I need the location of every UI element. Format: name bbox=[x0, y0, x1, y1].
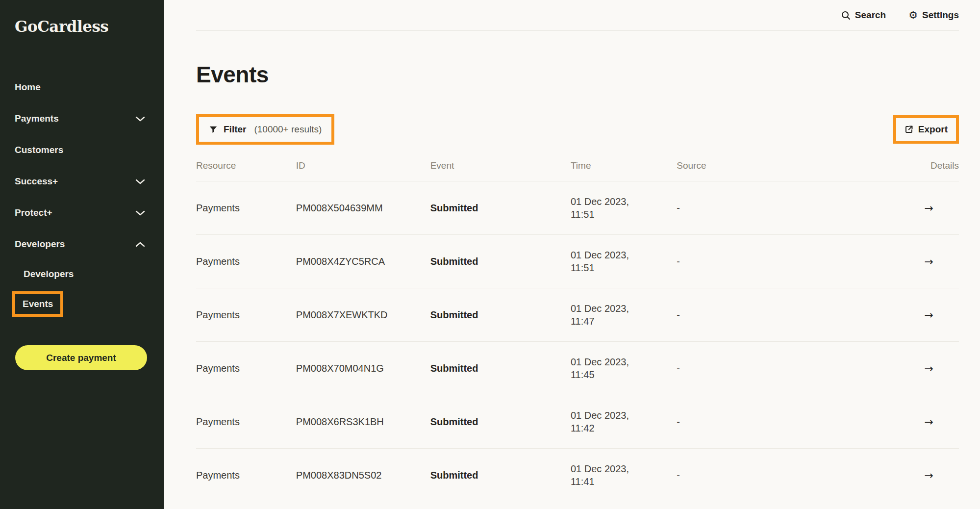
filter-annotation-box: Filter (10000+ results) bbox=[196, 114, 334, 145]
table-row[interactable]: Payments PM008X6RS3K1BH Submitted 01 Dec… bbox=[196, 395, 959, 449]
events-annotation-box: Events bbox=[0, 288, 164, 317]
filter-funnel-icon bbox=[209, 125, 218, 134]
settings-label: Settings bbox=[922, 10, 959, 21]
create-payment-button[interactable]: Create payment bbox=[15, 345, 147, 370]
cell-time: 01 Dec 2023, 11:42 bbox=[571, 395, 677, 449]
export-icon bbox=[905, 125, 913, 134]
arrow-right-icon[interactable]: → bbox=[925, 309, 933, 321]
cell-id: PM008X83DN5S02 bbox=[296, 449, 430, 502]
table-header-row: Resource ID Event Time Source Details bbox=[196, 145, 959, 181]
cell-id: PM008X504639MM bbox=[296, 181, 430, 235]
cell-details: → bbox=[814, 342, 959, 395]
sidebar: GoCardless Home Payments Customers Succe… bbox=[0, 0, 164, 509]
arrow-right-icon[interactable]: → bbox=[925, 362, 933, 375]
search-label: Search bbox=[855, 10, 886, 21]
sidebar-item-label: Developers bbox=[24, 269, 74, 280]
cell-event: Submitted bbox=[430, 181, 571, 235]
sidebar-item-protect[interactable]: Protect+ bbox=[0, 197, 164, 229]
cell-source: - bbox=[677, 449, 814, 502]
sidebar-nav: Home Payments Customers Success+ Protect… bbox=[0, 72, 164, 260]
page-title: Events bbox=[196, 61, 959, 88]
gear-icon: ⚙ bbox=[908, 10, 918, 21]
cell-time: 01 Dec 2023, 11:51 bbox=[571, 235, 677, 288]
cell-time: 01 Dec 2023, 11:47 bbox=[571, 288, 677, 342]
sidebar-item-home[interactable]: Home bbox=[0, 72, 164, 103]
sidebar-item-developers[interactable]: Developers bbox=[0, 229, 164, 260]
gocardless-logo: GoCardless bbox=[15, 18, 164, 35]
column-header-id: ID bbox=[296, 145, 430, 181]
toolbar: Filter (10000+ results) Export bbox=[196, 114, 959, 145]
export-button[interactable]: Export bbox=[896, 118, 956, 141]
arrow-right-icon[interactable]: → bbox=[925, 255, 933, 268]
cell-details: → bbox=[814, 449, 959, 502]
cell-id: PM008X4ZYC5RCA bbox=[296, 235, 430, 288]
sidebar-item-label: Customers bbox=[15, 145, 63, 155]
sidebar-item-label: Protect+ bbox=[15, 207, 52, 218]
sidebar-item-customers[interactable]: Customers bbox=[0, 134, 164, 166]
cell-resource: Payments bbox=[196, 235, 296, 288]
table-row[interactable]: Payments PM008X4ZYC5RCA Submitted 01 Dec… bbox=[196, 235, 959, 288]
cell-resource: Payments bbox=[196, 342, 296, 395]
sidebar-item-label: Events bbox=[23, 299, 53, 309]
sidebar-item-developers-sub[interactable]: Developers bbox=[0, 260, 164, 288]
cell-event: Submitted bbox=[430, 395, 571, 449]
sidebar-item-success[interactable]: Success+ bbox=[0, 166, 164, 197]
arrow-right-icon[interactable]: → bbox=[925, 416, 933, 428]
cell-resource: Payments bbox=[196, 181, 296, 235]
export-annotation-box: Export bbox=[893, 115, 959, 144]
cell-source: - bbox=[677, 342, 814, 395]
column-header-details: Details bbox=[814, 145, 959, 181]
events-table: Resource ID Event Time Source Details Pa… bbox=[196, 145, 959, 502]
cell-details: → bbox=[814, 235, 959, 288]
cell-source: - bbox=[677, 395, 814, 449]
results-count: (10000+ results) bbox=[254, 124, 322, 135]
sidebar-item-label: Payments bbox=[15, 113, 59, 124]
cell-source: - bbox=[677, 235, 814, 288]
table-row[interactable]: Payments PM008X70M04N1G Submitted 01 Dec… bbox=[196, 342, 959, 395]
settings-button[interactable]: ⚙ Settings bbox=[908, 10, 959, 21]
arrow-right-icon[interactable]: → bbox=[925, 469, 933, 482]
cell-id: PM008X70M04N1G bbox=[296, 342, 430, 395]
cell-time: 01 Dec 2023, 11:51 bbox=[571, 181, 677, 235]
column-header-resource: Resource bbox=[196, 145, 296, 181]
chevron-down-icon bbox=[135, 210, 145, 216]
sidebar-item-label: Home bbox=[15, 82, 41, 93]
column-header-source: Source bbox=[677, 145, 814, 181]
cell-event: Submitted bbox=[430, 235, 571, 288]
cell-details: → bbox=[814, 288, 959, 342]
sidebar-item-label: Success+ bbox=[15, 176, 58, 187]
cell-source: - bbox=[677, 181, 814, 235]
cell-time: 01 Dec 2023, 11:41 bbox=[571, 449, 677, 502]
cell-details: → bbox=[814, 181, 959, 235]
table-row[interactable]: Payments PM008X83DN5S02 Submitted 01 Dec… bbox=[196, 449, 959, 502]
column-header-time: Time bbox=[571, 145, 677, 181]
filter-button[interactable]: Filter (10000+ results) bbox=[199, 117, 331, 142]
column-header-event: Event bbox=[430, 145, 571, 181]
cell-id: PM008X7XEWKTKD bbox=[296, 288, 430, 342]
cell-details: → bbox=[814, 395, 959, 449]
cell-resource: Payments bbox=[196, 449, 296, 502]
chevron-down-icon bbox=[135, 116, 145, 122]
table-row[interactable]: Payments PM008X504639MM Submitted 01 Dec… bbox=[196, 181, 959, 235]
arrow-right-icon[interactable]: → bbox=[925, 202, 933, 214]
cell-event: Submitted bbox=[430, 449, 571, 502]
cell-resource: Payments bbox=[196, 288, 296, 342]
chevron-up-icon bbox=[135, 242, 145, 247]
sidebar-item-label: Developers bbox=[15, 239, 65, 250]
filter-label: Filter bbox=[224, 124, 246, 135]
search-icon bbox=[841, 11, 851, 20]
cell-event: Submitted bbox=[430, 288, 571, 342]
developers-subnav: Developers Events bbox=[0, 260, 164, 317]
topbar: Search ⚙ Settings bbox=[196, 0, 959, 31]
cell-id: PM008X6RS3K1BH bbox=[296, 395, 430, 449]
cell-event: Submitted bbox=[430, 342, 571, 395]
main-content: Search ⚙ Settings Events Filter (10000+ … bbox=[164, 0, 980, 509]
cell-resource: Payments bbox=[196, 395, 296, 449]
search-button[interactable]: Search bbox=[841, 10, 886, 21]
chevron-down-icon bbox=[135, 179, 145, 184]
export-label: Export bbox=[918, 124, 948, 135]
cell-time: 01 Dec 2023, 11:45 bbox=[571, 342, 677, 395]
sidebar-item-events[interactable]: Events bbox=[12, 291, 63, 317]
sidebar-item-payments[interactable]: Payments bbox=[0, 103, 164, 134]
table-row[interactable]: Payments PM008X7XEWKTKD Submitted 01 Dec… bbox=[196, 288, 959, 342]
